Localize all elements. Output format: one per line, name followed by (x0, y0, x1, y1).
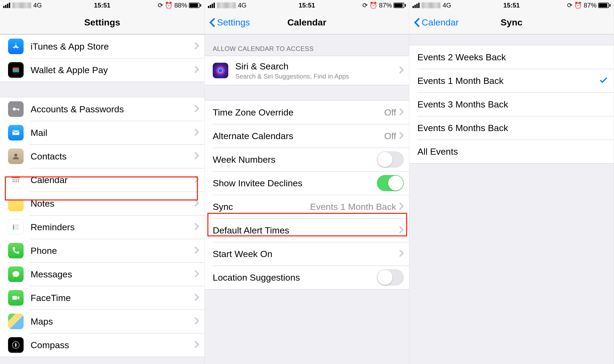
row-label: Notes (31, 198, 194, 209)
rotation-lock-icon: ⟳ (158, 2, 163, 9)
chevron-right-icon (194, 199, 199, 208)
nav-bar: Settings Calendar (205, 11, 409, 34)
svg-point-3 (13, 107, 16, 110)
row-label: Events 1 Month Back (417, 76, 599, 86)
nav-title: Settings (84, 17, 120, 28)
battery-percent: 88% (174, 2, 187, 9)
network-label: 4G (33, 2, 42, 9)
svg-point-16 (18, 181, 19, 182)
row-label: Siri & Search (235, 61, 399, 72)
battery-icon (394, 3, 406, 8)
back-button[interactable]: Calendar (414, 17, 459, 28)
row-week-numbers[interactable]: Week Numbers (205, 148, 409, 171)
chevron-right-icon (194, 246, 199, 255)
pane-sync: 4G 15:51 ⟳ ⏰ 87% Calendar Sync Events 2 … (409, 0, 614, 364)
group-siri: Siri & Search Search & Siri Suggestions,… (205, 56, 409, 85)
toggle-location-suggestions[interactable] (377, 269, 404, 285)
row-label: Show Invitee Declines (213, 178, 377, 188)
status-bar: 4G 15:51 ⟳ ⏰ 87% (409, 0, 614, 11)
row-notes[interactable]: Notes (0, 192, 204, 215)
row-wallet-applepay[interactable]: Wallet & Apple Pay (0, 58, 204, 82)
row-show-invitee-declines[interactable]: Show Invitee Declines (205, 171, 409, 195)
row-label: Events 3 Months Back (417, 99, 608, 110)
settings-group-store: iTunes & App Store Wallet & Apple Pay (0, 34, 204, 82)
row-alternate-calendars[interactable]: Alternate Calendars Off (205, 124, 409, 148)
mail-icon (8, 125, 24, 140)
siri-icon (213, 63, 228, 78)
chevron-right-icon (194, 293, 199, 302)
row-siri-search[interactable]: Siri & Search Search & Siri Suggestions,… (205, 56, 409, 85)
option-6-months[interactable]: Events 6 Months Back (409, 116, 614, 140)
chevron-right-icon (399, 66, 404, 75)
svg-point-11 (16, 179, 17, 180)
option-1-month[interactable]: Events 1 Month Back (409, 69, 614, 92)
row-sync[interactable]: Sync Events 1 Month Back (205, 195, 409, 218)
chevron-right-icon (399, 249, 404, 258)
chevron-right-icon (399, 131, 404, 140)
row-label: iTunes & App Store (31, 41, 194, 52)
messages-icon (8, 266, 24, 282)
svg-point-15 (16, 181, 17, 182)
row-messages[interactable]: Messages (0, 262, 204, 286)
battery-icon (598, 3, 611, 8)
nav-title: Calendar (287, 17, 326, 28)
svg-rect-23 (12, 296, 17, 300)
row-start-week-on[interactable]: Start Week On (205, 242, 409, 266)
signal-icon (413, 3, 420, 8)
row-label: Contacts (31, 151, 194, 162)
row-location-suggestions[interactable]: Location Suggestions (205, 266, 409, 289)
carrier-label (217, 2, 236, 8)
row-mail[interactable]: Mail (0, 121, 204, 144)
svg-rect-2 (13, 71, 19, 72)
option-all-events[interactable]: All Events (409, 140, 614, 163)
status-time: 15:51 (94, 2, 110, 9)
svg-rect-5 (18, 109, 19, 111)
row-calendar[interactable]: Calendar (0, 168, 204, 192)
toggle-week-numbers[interactable] (377, 151, 404, 168)
svg-point-13 (13, 181, 13, 182)
row-maps[interactable]: Maps (0, 310, 204, 333)
nav-title: Sync (501, 17, 522, 28)
row-label: Sync (213, 202, 310, 212)
network-label: 4G (238, 2, 247, 9)
row-label: All Events (417, 146, 608, 157)
back-button[interactable]: Settings (209, 17, 250, 28)
battery-percent: 87% (379, 2, 392, 9)
row-phone[interactable]: Phone (0, 239, 204, 262)
row-reminders[interactable]: Reminders (0, 215, 204, 239)
row-timezone-override[interactable]: Time Zone Override Off (205, 101, 409, 124)
chevron-right-icon (194, 317, 199, 326)
row-default-alert-times[interactable]: Default Alert Times (205, 218, 409, 242)
status-time: 15:51 (503, 2, 520, 9)
wallet-icon (8, 62, 24, 78)
row-contacts[interactable]: Contacts (0, 144, 204, 168)
row-label: Events 6 Months Back (417, 123, 608, 133)
chevron-right-icon (194, 340, 199, 350)
svg-point-26 (218, 68, 223, 73)
network-label: 4G (443, 2, 451, 9)
chevron-right-icon (399, 108, 404, 117)
carrier-label (12, 2, 31, 8)
battery-percent: 87% (584, 2, 597, 9)
contacts-icon (8, 148, 24, 164)
svg-point-12 (18, 179, 19, 180)
option-2-weeks[interactable]: Events 2 Weeks Back (409, 45, 614, 69)
row-facetime[interactable]: FaceTime (0, 286, 204, 310)
svg-rect-1 (13, 69, 19, 71)
row-itunes-appstore[interactable]: iTunes & App Store (0, 35, 204, 58)
svg-point-14 (14, 181, 15, 182)
toggle-invitee-declines[interactable] (377, 175, 404, 191)
svg-point-10 (14, 179, 15, 180)
chevron-right-icon (399, 202, 404, 211)
svg-point-19 (13, 228, 14, 230)
nav-bar: Calendar Sync (409, 11, 614, 34)
status-time: 15:51 (299, 2, 315, 9)
row-label: Maps (31, 316, 194, 327)
row-label: Start Week On (213, 249, 399, 259)
row-accounts-passwords[interactable]: Accounts & Passwords (0, 97, 204, 121)
option-3-months[interactable]: Events 3 Months Back (409, 92, 614, 116)
back-label: Calendar (422, 17, 459, 28)
row-compass[interactable]: Compass (0, 333, 204, 357)
row-label: Reminders (31, 222, 194, 232)
row-label: Calendar (31, 175, 194, 185)
